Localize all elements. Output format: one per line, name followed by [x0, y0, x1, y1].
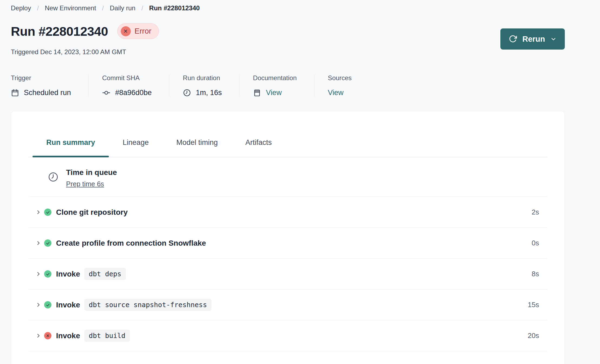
title-block: Run #228012340 Error Triggered Dec 14, 2…: [11, 23, 159, 56]
tab-model-timing[interactable]: Model timing: [162, 138, 231, 157]
step-row-create-profile[interactable]: Create profile from connection Snowflake…: [28, 228, 547, 259]
tab-artifacts[interactable]: Artifacts: [231, 138, 286, 157]
refresh-icon: [508, 35, 517, 43]
step-label: Invoke: [56, 301, 80, 309]
step-label: Invoke: [56, 270, 80, 278]
chevron-right-icon[interactable]: [35, 271, 41, 277]
page-header: Run #228012340 Error Triggered Dec 14, 2…: [11, 23, 565, 56]
triggered-timestamp: Triggered Dec 14, 2023, 12:00 AM GMT: [11, 48, 159, 56]
time-in-queue-title: Time in queue: [66, 168, 117, 177]
step-duration: 0s: [532, 239, 539, 247]
step-row-clone-git[interactable]: Clone git repository 2s: [28, 197, 547, 228]
meta-label: Sources: [328, 74, 352, 82]
command-chip: dbt source snapshot-freshness: [84, 299, 212, 311]
rerun-button[interactable]: Rerun: [500, 28, 565, 50]
meta-label: Run duration: [183, 74, 222, 82]
command-chip: dbt build: [84, 330, 130, 342]
step-label: Create profile from connection Snowflake: [56, 239, 206, 248]
time-in-queue-section: Time in queue Prep time 6s: [28, 157, 547, 197]
breadcrumb-current-run: Run #228012340: [149, 4, 200, 12]
breadcrumb: Deploy / New Environment / Daily run / R…: [11, 4, 565, 12]
tab-run-summary[interactable]: Run summary: [32, 138, 109, 157]
step-label: Clone git repository: [56, 208, 128, 217]
meta-label: Documentation: [253, 74, 296, 82]
page-title: Run #228012340: [11, 24, 108, 39]
success-check-icon: [44, 239, 51, 247]
prep-time-link[interactable]: Prep time 6s: [66, 180, 104, 188]
meta-run-duration: Run duration 1m, 16s: [169, 74, 239, 97]
meta-trigger: Trigger Scheduled run: [11, 74, 88, 97]
run-detail-page: Deploy / New Environment / Daily run / R…: [0, 0, 600, 364]
clock-icon: [183, 89, 191, 97]
meta-value-commit: #8a96d0be: [115, 89, 152, 97]
meta-label: Trigger: [11, 74, 71, 82]
breadcrumb-separator: /: [102, 4, 104, 12]
run-meta-strip: Trigger Scheduled run Commit SHA: [11, 74, 565, 97]
meta-sources: Sources View: [314, 74, 369, 97]
chevron-right-icon[interactable]: [35, 302, 41, 308]
step-row-dbt-source-freshness[interactable]: Invoke dbt source snapshot-freshness 15s: [28, 290, 547, 320]
step-duration: 2s: [532, 208, 539, 216]
status-badge-label: Error: [135, 27, 151, 35]
step-duration: 8s: [532, 270, 539, 278]
step-row-dbt-build[interactable]: Invoke dbt build 20s: [28, 320, 547, 351]
rerun-button-label: Rerun: [522, 35, 545, 44]
run-summary-card: Run summary Lineage Model timing Artifac…: [11, 111, 565, 364]
x-circle-icon: [121, 26, 131, 36]
step-duration: 20s: [528, 332, 539, 340]
chevron-down-icon: [550, 36, 557, 42]
breadcrumb-job[interactable]: Daily run: [110, 4, 135, 12]
breadcrumb-deploy[interactable]: Deploy: [11, 4, 31, 12]
clock-icon: [48, 171, 59, 188]
book-icon: [253, 89, 261, 97]
chevron-right-icon[interactable]: [35, 240, 41, 246]
meta-value-trigger: Scheduled run: [24, 89, 71, 97]
meta-documentation: Documentation View: [239, 74, 314, 97]
success-check-icon: [44, 301, 51, 308]
calendar-icon: [11, 89, 19, 97]
success-check-icon: [44, 270, 51, 278]
step-label: Invoke: [56, 332, 80, 340]
breadcrumb-separator: /: [37, 4, 39, 12]
success-check-icon: [44, 209, 51, 216]
meta-commit-sha: Commit SHA #8a96d0be: [88, 74, 169, 97]
commit-icon: [102, 89, 110, 97]
meta-label: Commit SHA: [102, 74, 152, 82]
documentation-view-link[interactable]: View: [266, 89, 282, 97]
breadcrumb-environment[interactable]: New Environment: [45, 4, 96, 12]
tab-bar: Run summary Lineage Model timing Artifac…: [28, 138, 547, 157]
tab-lineage[interactable]: Lineage: [109, 138, 162, 157]
sources-view-link[interactable]: View: [328, 89, 344, 97]
command-chip: dbt deps: [84, 268, 126, 280]
step-duration: 15s: [528, 301, 539, 309]
status-badge: Error: [117, 23, 159, 39]
chevron-right-icon[interactable]: [35, 333, 41, 339]
error-x-icon: [44, 332, 51, 339]
chevron-right-icon[interactable]: [35, 209, 41, 215]
step-row-dbt-deps[interactable]: Invoke dbt deps 8s: [28, 259, 547, 290]
breadcrumb-separator: /: [141, 4, 143, 12]
meta-value-duration: 1m, 16s: [196, 89, 222, 97]
